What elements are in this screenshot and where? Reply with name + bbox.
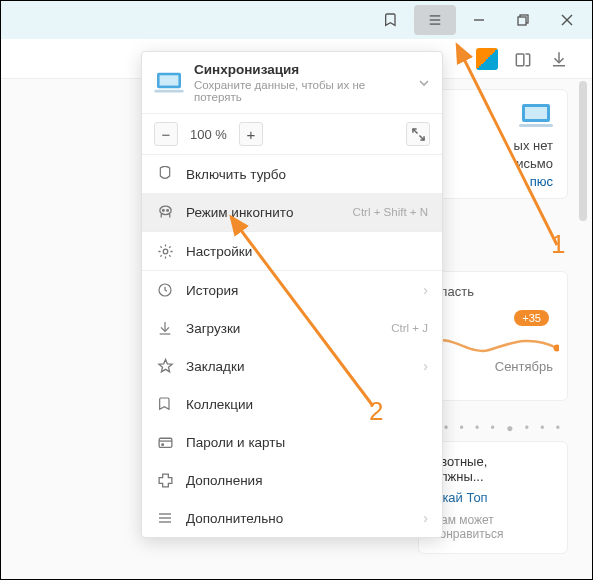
sync-subtitle: Сохраните данные, чтобы их не потерять (194, 79, 408, 103)
menu-item-advanced[interactable]: Дополнительно› (142, 499, 442, 537)
widget-text: исьмо (433, 156, 553, 171)
svg-point-23 (161, 443, 163, 445)
svg-rect-16 (154, 89, 183, 92)
svg-rect-22 (159, 438, 172, 447)
menu-item-bookmarks[interactable]: Закладки› (142, 347, 442, 385)
close-button[interactable] (546, 5, 588, 35)
svg-rect-5 (518, 17, 526, 25)
card-icon (156, 433, 174, 451)
menu-item-label: Режим инкогнито (186, 205, 341, 220)
svg-point-19 (163, 249, 168, 254)
app-logo-icon[interactable] (476, 48, 498, 70)
clock-icon (156, 281, 174, 299)
zoom-out-button[interactable]: − (154, 122, 178, 146)
puzzle-icon (156, 471, 174, 489)
feed-hint: Вам может понравиться (433, 513, 553, 541)
widget-text: ых нет (433, 138, 553, 153)
menu-item-turbo[interactable]: Включить турбо (142, 155, 442, 193)
main-menu-button[interactable] (414, 5, 456, 35)
fullscreen-button[interactable] (406, 122, 430, 146)
menu-item-downloads[interactable]: ЗагрузкиCtrl + J (142, 309, 442, 347)
menu-item-label: Пароли и карты (186, 435, 428, 450)
chevron-right-icon: › (423, 282, 428, 298)
menu-item-shortcut: Ctrl + J (391, 322, 428, 334)
menu-item-label: История (186, 283, 411, 298)
menu-item-passwords[interactable]: Пароли и карты (142, 423, 442, 461)
feed-title-line: ивотные, (433, 454, 553, 469)
menu-item-collections[interactable]: Коллекции (142, 385, 442, 423)
bookmark-icon[interactable] (370, 5, 412, 35)
download-icon (156, 319, 174, 337)
svg-point-17 (162, 209, 164, 211)
chevron-right-icon: › (423, 358, 428, 374)
annotation-label-1: 1 (551, 229, 565, 260)
feed-title-line: олжны... (433, 469, 553, 484)
chevron-down-icon (418, 77, 430, 89)
scrollbar[interactable] (576, 81, 590, 577)
chevron-right-icon: › (423, 510, 428, 526)
svg-rect-11 (525, 107, 547, 119)
menu-item-label: Загрузки (186, 321, 379, 336)
incognito-mask-icon (156, 203, 174, 221)
menu-item-addons[interactable]: Дополнения (142, 461, 442, 499)
menu-sync-row[interactable]: Синхронизация Сохраните данные, чтобы их… (142, 52, 442, 113)
zoom-row: − 100 % + (142, 114, 442, 154)
menu-item-settings[interactable]: Настройки (142, 232, 442, 270)
weather-region: бласть (433, 284, 553, 299)
main-menu-popup: Синхронизация Сохраните данные, чтобы их… (141, 51, 443, 538)
bookmark-icon (156, 395, 174, 413)
zoom-value: 100 % (186, 127, 231, 142)
device-icon (519, 102, 553, 130)
menu-item-label: Дополнительно (186, 511, 411, 526)
menu-item-label: Включить турбо (186, 167, 428, 182)
downloads-icon[interactable] (548, 48, 570, 70)
gear-icon (156, 242, 174, 260)
menu-item-incognito[interactable]: Режим инкогнитоCtrl + Shift + N (142, 193, 442, 231)
sync-title: Синхронизация (194, 62, 408, 77)
hamburger-icon (156, 509, 174, 527)
svg-rect-12 (519, 124, 553, 127)
sync-device-icon (154, 71, 184, 95)
feed-source: Скай Топ (433, 490, 553, 505)
menu-item-shortcut: Ctrl + Shift + N (353, 206, 428, 218)
collections-icon[interactable] (512, 48, 534, 70)
minimize-button[interactable] (458, 5, 500, 35)
menu-item-history[interactable]: История› (142, 271, 442, 309)
weather-chart-icon (429, 326, 559, 366)
window-titlebar (1, 1, 592, 39)
menu-item-label: Коллекции (186, 397, 428, 412)
annotation-label-2: 2 (369, 396, 383, 427)
zoom-in-button[interactable]: + (239, 122, 263, 146)
star-icon (156, 357, 174, 375)
svg-rect-15 (160, 75, 179, 85)
maximize-button[interactable] (502, 5, 544, 35)
menu-item-label: Дополнения (186, 473, 428, 488)
weather-temp-badge: +35 (514, 310, 549, 326)
svg-point-18 (166, 209, 168, 211)
svg-rect-8 (516, 54, 524, 66)
menu-item-label: Настройки (186, 244, 428, 259)
menu-item-label: Закладки (186, 359, 411, 374)
scrollbar-thumb[interactable] (579, 81, 587, 221)
carousel-dots[interactable]: • • • • ● • • • (444, 421, 564, 435)
turbo-shield-icon (156, 165, 174, 183)
widget-link[interactable]: пюс (433, 174, 553, 189)
